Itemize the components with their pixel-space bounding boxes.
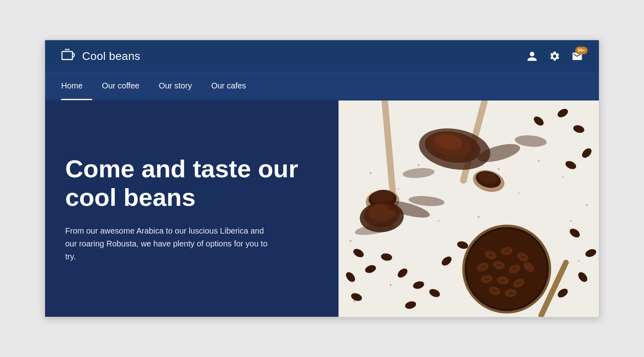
coffee-scene bbox=[339, 101, 599, 317]
svg-point-7 bbox=[498, 168, 500, 170]
browser-window: Cool beans 99+ bbox=[44, 39, 600, 318]
svg-point-9 bbox=[538, 160, 540, 162]
svg-point-10 bbox=[562, 176, 564, 178]
coffee-cup-icon bbox=[61, 48, 76, 64]
svg-point-19 bbox=[578, 261, 580, 262]
hero-subtitle: From our awesome Arabica to our luscious… bbox=[65, 224, 275, 263]
svg-point-16 bbox=[586, 204, 588, 206]
hero-section: Come and taste our cool beans From our a… bbox=[45, 101, 599, 317]
hero-content-left: Come and taste our cool beans From our a… bbox=[45, 101, 339, 317]
svg-point-20 bbox=[354, 300, 355, 302]
nav-bar: Home Our coffee Our story Our cafes bbox=[45, 72, 599, 101]
nav-item-home[interactable]: Home bbox=[61, 72, 92, 100]
nav-item-our-cafes[interactable]: Our cafes bbox=[202, 72, 256, 100]
svg-point-14 bbox=[350, 240, 351, 242]
mail-button[interactable]: 99+ bbox=[572, 51, 583, 62]
svg-point-12 bbox=[438, 220, 440, 222]
notification-badge: 99+ bbox=[575, 47, 588, 54]
top-bar: Cool beans 99+ bbox=[45, 40, 599, 72]
svg-point-13 bbox=[478, 216, 480, 218]
user-button[interactable] bbox=[526, 51, 538, 62]
settings-button[interactable] bbox=[549, 51, 560, 62]
svg-point-8 bbox=[518, 193, 520, 194]
nav-item-our-story[interactable]: Our story bbox=[149, 72, 201, 100]
svg-point-3 bbox=[370, 172, 372, 174]
logo-text: Cool beans bbox=[82, 50, 140, 63]
svg-rect-0 bbox=[62, 51, 72, 60]
top-icons: 99+ bbox=[526, 51, 583, 62]
hero-title: Come and taste our cool beans bbox=[65, 154, 318, 212]
logo-area: Cool beans bbox=[61, 48, 140, 64]
svg-point-18 bbox=[390, 284, 392, 286]
hero-image-right bbox=[339, 101, 599, 317]
svg-point-4 bbox=[398, 189, 399, 190]
nav-item-our-coffee[interactable]: Our coffee bbox=[92, 72, 149, 100]
svg-point-5 bbox=[418, 164, 419, 166]
svg-point-15 bbox=[570, 220, 572, 222]
